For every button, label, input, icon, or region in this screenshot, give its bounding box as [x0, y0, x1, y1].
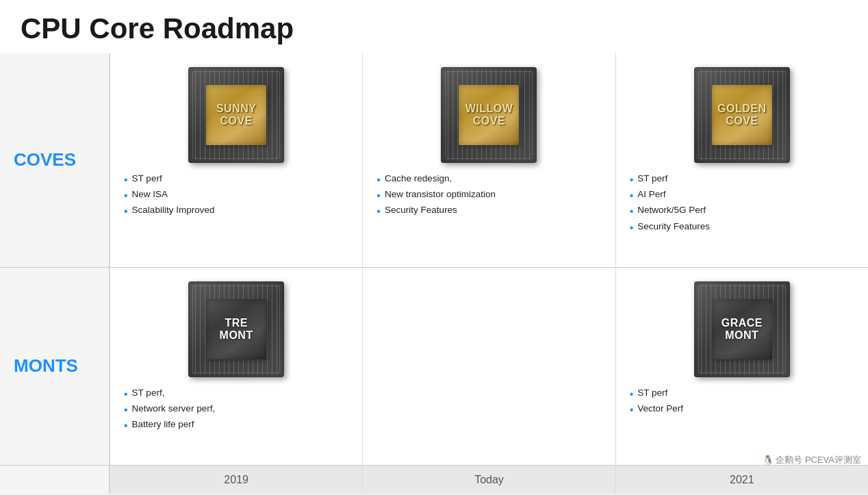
feature-item: •ST perf,	[124, 388, 352, 401]
watermark: 🐧 企鹅号 PCEVA评测室	[763, 454, 861, 466]
feature-item: •ST perf	[630, 388, 858, 401]
timeline-footer: 2019 Today 2021	[0, 465, 868, 494]
chip-sunny-cove: SUNNY COVE	[188, 67, 284, 163]
features-gracemont: •ST perf •Vector Perf	[626, 388, 858, 419]
section-label-coves: COVES	[0, 53, 110, 268]
chip-die-gracemont: GRACE MONT	[712, 299, 772, 359]
timeline-empty	[0, 466, 110, 494]
feature-item: •Vector Perf	[630, 403, 858, 416]
chip-tremont: TRE MONT	[188, 281, 284, 377]
chip-golden-cove: GOLDEN COVE	[694, 67, 790, 163]
feature-item: •ST perf	[124, 173, 352, 186]
chip-cell-tremont: TRE MONT •ST perf, •Network server perf,…	[110, 268, 362, 465]
chip-label-willow: WILLOW COVE	[465, 103, 513, 127]
features-sunny-cove: •ST perf •New ISA •Scalability Improved	[120, 173, 352, 221]
chip-die-sunny: SUNNY COVE	[206, 85, 266, 145]
section-label-monts: MONTS	[0, 268, 110, 465]
feature-item: •New ISA	[124, 189, 352, 202]
feature-item: •Network/5G Perf	[630, 205, 858, 218]
chip-cell-willow-cove: WILLOW COVE •Cache redesign, •New transi…	[362, 53, 615, 268]
feature-item: •AI Perf	[630, 189, 858, 202]
chip-label-sunny: SUNNY COVE	[216, 103, 257, 127]
chip-cell-sunny-cove: SUNNY COVE •ST perf •New ISA •Scalabilit…	[110, 53, 362, 268]
features-golden-cove: •ST perf •AI Perf •Network/5G Perf •Secu…	[626, 173, 858, 237]
features-tremont: •ST perf, •Network server perf, •Battery…	[120, 388, 352, 435]
chip-cell-golden-cove: GOLDEN COVE •ST perf •AI Perf •Network/5…	[615, 53, 868, 268]
chip-label-gracemont: GRACE MONT	[722, 317, 763, 341]
feature-item: •Battery life perf	[124, 419, 352, 432]
chip-cell-gracemont: GRACE MONT •ST perf •Vector Perf	[615, 268, 868, 465]
feature-item: •Scalability Improved	[124, 205, 352, 218]
chip-die-tremont: TRE MONT	[206, 299, 266, 359]
year-2019: 2019	[110, 466, 362, 494]
feature-item: •Security Features	[376, 205, 604, 218]
chip-die-golden: GOLDEN COVE	[712, 85, 772, 145]
feature-item: •ST perf	[630, 173, 858, 186]
feature-item: •Security Features	[630, 221, 858, 234]
chip-gracemont: GRACE MONT	[694, 281, 790, 377]
feature-item: •Cache redesign,	[376, 173, 604, 186]
features-willow-cove: •Cache redesign, •New transistor optimiz…	[373, 173, 604, 221]
year-2021: 2021	[615, 466, 868, 494]
chip-cell-empty-monts	[362, 268, 615, 465]
chip-label-tremont: TRE MONT	[220, 317, 253, 341]
page-title: CPU Core Roadmap	[0, 0, 868, 53]
feature-item: •Network server perf,	[124, 403, 352, 416]
chip-label-golden: GOLDEN COVE	[717, 103, 766, 127]
feature-item: •New transistor optimization	[376, 189, 604, 202]
year-today: Today	[362, 466, 615, 494]
chip-die-willow: WILLOW COVE	[459, 85, 519, 145]
chip-willow-cove: WILLOW COVE	[441, 67, 537, 163]
